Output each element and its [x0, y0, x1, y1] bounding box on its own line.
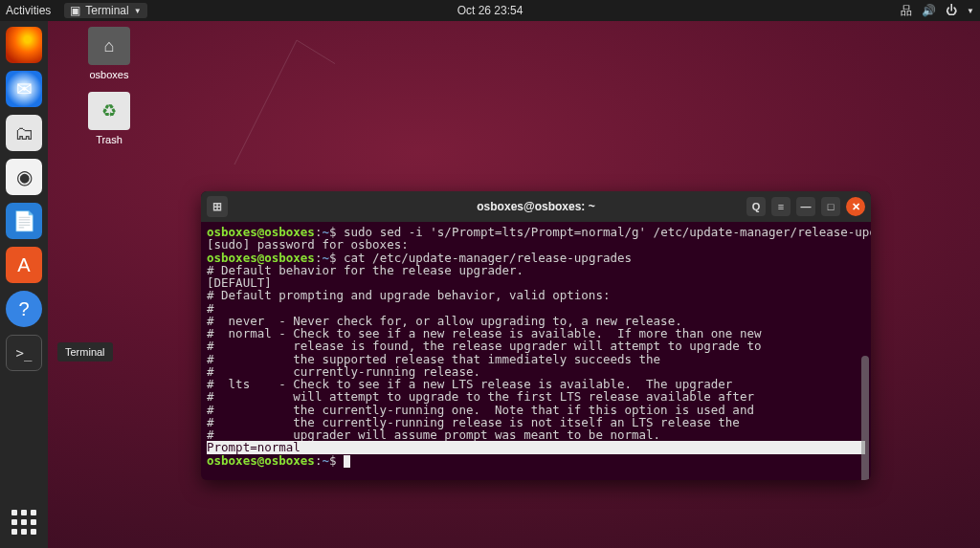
terminal-line: # lts - Check to see if a new LTS releas…	[207, 378, 865, 390]
terminal-window: ⊞ osboxes@osboxes: ~ Q ≡ — □ ✕ osboxes@o…	[201, 191, 871, 480]
terminal-line: osboxes@osboxes:~$ sudo sed -i 's/Prompt…	[207, 226, 865, 238]
terminal-line: [DEFAULT]	[207, 276, 865, 289]
terminal-launcher-icon[interactable]: >_	[6, 335, 42, 371]
terminal-line: # currently-running release.	[207, 365, 865, 378]
help-icon[interactable]: ?	[6, 291, 42, 327]
terminal-line: # the currently-running release is not i…	[207, 416, 865, 428]
chevron-down-icon: ▼	[134, 7, 142, 15]
system-tray[interactable]: 品 🔊 ⏻ ▼	[901, 3, 974, 19]
maximize-button[interactable]: □	[821, 197, 840, 216]
network-icon[interactable]: 品	[901, 3, 912, 19]
activities-button[interactable]: Activities	[6, 4, 51, 17]
close-button[interactable]: ✕	[846, 197, 865, 216]
app-menu[interactable]: ▣ Terminal ▼	[64, 3, 146, 18]
terminal-line: # Default prompting and upgrade behavior…	[207, 289, 865, 301]
power-icon[interactable]: ⏻	[946, 4, 957, 17]
clock[interactable]: Oct 26 23:54	[457, 4, 523, 17]
home-icon: ⌂	[88, 27, 130, 65]
dock-tooltip: Terminal	[57, 342, 113, 362]
terminal-line: # upgrader will assume prompt was meant …	[207, 428, 865, 441]
terminal-line: osboxes@osboxes:~$ cat /etc/update-manag…	[207, 252, 865, 264]
window-titlebar[interactable]: ⊞ osboxes@osboxes: ~ Q ≡ — □ ✕	[201, 191, 871, 222]
new-tab-button[interactable]: ⊞	[207, 196, 228, 217]
cursor	[344, 455, 350, 468]
terminal-small-icon: ▣	[70, 4, 80, 17]
terminal-line: # Default behavior for the release upgra…	[207, 264, 865, 276]
show-applications-button[interactable]	[8, 506, 40, 538]
hamburger-menu-button[interactable]: ≡	[771, 197, 791, 216]
terminal-line: # the supported release that immediately…	[207, 353, 865, 365]
trash-icon: ♻	[88, 92, 130, 130]
terminal-line: # never - Never check for, or allow upgr…	[207, 315, 865, 327]
top-bar: Activities ▣ Terminal ▼ Oct 26 23:54 品 🔊…	[0, 0, 980, 21]
desktop: ⌂ osboxes ♻ Trash ⊞ osboxes@osboxes: ~ Q…	[48, 21, 980, 548]
home-folder[interactable]: ⌂ osboxes	[80, 27, 138, 80]
terminal-line: osboxes@osboxes:~$	[207, 454, 865, 468]
terminal-line: # normal - Check to see if a new release…	[207, 327, 865, 340]
terminal-line: # release is found, the release upgrader…	[207, 340, 865, 352]
terminal-line: # will attempt to upgrade to the first L…	[207, 390, 865, 403]
volume-icon[interactable]: 🔊	[922, 4, 936, 17]
scrollbar[interactable]	[861, 356, 869, 480]
ubuntu-software-icon[interactable]: A	[6, 247, 42, 283]
firefox-icon[interactable]	[6, 27, 42, 63]
files-icon[interactable]: 🗂	[6, 115, 42, 151]
search-button[interactable]: Q	[746, 197, 766, 216]
chevron-down-icon: ▼	[967, 7, 974, 15]
trash[interactable]: ♻ Trash	[80, 92, 138, 145]
terminal-body[interactable]: osboxes@osboxes:~$ sudo sed -i 's/Prompt…	[201, 222, 871, 480]
dock: ✉ 🗂 ◉ 📄 A ? >_ Terminal	[0, 21, 48, 548]
svg-line-3	[201, 40, 297, 164]
minimize-button[interactable]: —	[796, 197, 815, 216]
terminal-line: # the currently-running one. Note that i…	[207, 404, 865, 416]
window-title: osboxes@osboxes: ~	[477, 200, 594, 213]
thunderbird-icon[interactable]: ✉	[6, 71, 42, 107]
rhythmbox-icon[interactable]: ◉	[6, 159, 42, 195]
terminal-line: [sudo] password for osboxes:	[207, 238, 865, 251]
svg-line-0	[297, 40, 335, 164]
libreoffice-writer-icon[interactable]: 📄	[6, 203, 42, 239]
terminal-line: #	[207, 302, 865, 315]
terminal-line-highlight: Prompt=normal	[207, 441, 865, 453]
